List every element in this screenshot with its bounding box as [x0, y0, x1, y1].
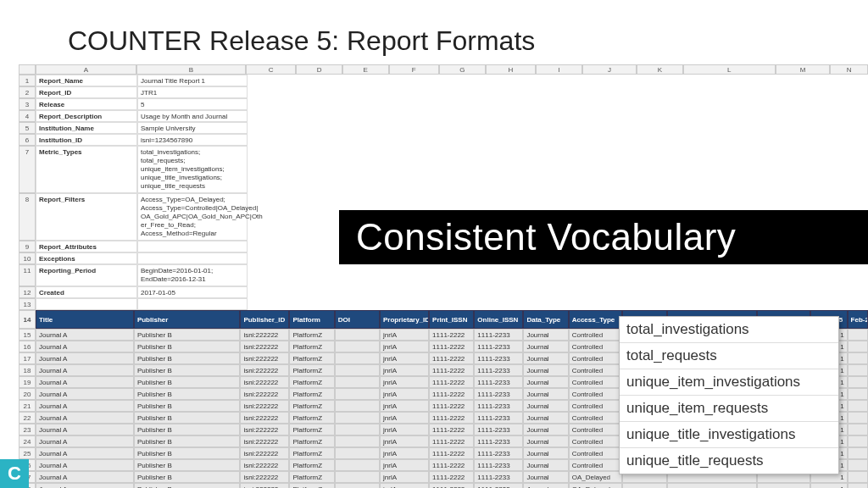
row-number: 24 — [19, 435, 36, 447]
row-number: 8 — [19, 193, 36, 241]
meta-key: Report_ID — [36, 86, 137, 98]
col-header: D — [296, 64, 342, 75]
row-number: 4 — [19, 110, 36, 122]
slide-title: COUNTER Release 5: Report Formats — [68, 25, 535, 57]
meta-value: 2017-01-05 — [137, 286, 248, 298]
row-number: 21 — [19, 400, 36, 412]
meta-key: Report_Name — [36, 75, 137, 86]
table-header: Print_ISSN — [429, 310, 474, 329]
meta-value: Journal Title Report 1 — [137, 75, 248, 86]
row-number: 2 — [19, 86, 36, 98]
vocab-item: unique_item_requests — [620, 396, 838, 422]
row-number: 7 — [19, 146, 36, 193]
row-number: 10 — [19, 252, 36, 264]
col-header: L — [683, 64, 776, 75]
meta-key: Reporting_Period — [36, 264, 137, 286]
col-header: B — [136, 64, 246, 75]
meta-value: Sample University — [137, 122, 248, 134]
meta-value: total_investigations; total_requests; un… — [137, 146, 248, 193]
row-number: 25 — [19, 447, 36, 459]
table-header: Publisher_ID — [240, 310, 289, 329]
meta-value: BeginDate=2016-01-01; EndDate=2016-12-31 — [137, 264, 248, 286]
vocab-item: total_requests — [620, 343, 838, 369]
meta-value — [137, 241, 248, 252]
col-header: J — [582, 64, 637, 75]
col-header: N — [830, 64, 868, 75]
row-number: 12 — [19, 286, 36, 298]
row-number: 3 — [19, 98, 36, 110]
table-row: 28 Journal A Publisher B isni:222222 Pla… — [19, 483, 868, 488]
vocab-item: unique_title_requests — [620, 448, 838, 474]
row-number: 15 — [19, 329, 36, 341]
meta-value: Usage by Month and Journal — [137, 110, 248, 122]
meta-key: Release — [36, 98, 137, 110]
table-header: DOI — [335, 310, 380, 329]
vocab-item: unique_title_investigations — [620, 422, 838, 448]
row-number: 6 — [19, 134, 36, 146]
col-header: G — [439, 64, 486, 75]
vocab-item: total_investigations — [620, 317, 838, 343]
table-header: Feb-2 — [848, 310, 868, 329]
col-header: A — [36, 64, 136, 75]
row-number: 20 — [19, 388, 36, 400]
meta-value — [137, 298, 248, 310]
col-header: I — [536, 64, 582, 75]
meta-value: Access_Type=OA_Delayed; Access_Type=Cont… — [137, 193, 248, 241]
counter-badge-icon: C — [0, 459, 29, 488]
row-number: 14 — [19, 310, 36, 329]
meta-key: Report_Filters — [36, 193, 137, 241]
meta-key: Metric_Types — [36, 146, 137, 193]
row-number: 13 — [19, 298, 36, 310]
row-number: 19 — [19, 376, 36, 388]
row-number: 23 — [19, 424, 36, 435]
col-header: H — [486, 64, 537, 75]
meta-key — [36, 298, 137, 310]
table-header: Publisher — [134, 310, 241, 329]
table-header: Proprietary_ID — [380, 310, 429, 329]
meta-value — [137, 252, 248, 264]
row-number: 17 — [19, 352, 36, 364]
row-number: 11 — [19, 264, 36, 286]
vocab-item: unique_item_investigations — [620, 369, 838, 396]
meta-key: Exceptions — [36, 252, 137, 264]
col-header: C — [246, 64, 297, 75]
table-header: Online_ISSN — [474, 310, 523, 329]
meta-value: isni=1234567890 — [137, 134, 248, 146]
meta-key: Report_Description — [36, 110, 137, 122]
meta-value: 5 — [137, 98, 248, 110]
col-header: F — [389, 64, 440, 75]
row-number: 5 — [19, 122, 36, 134]
table-header: Platform — [289, 310, 334, 329]
row-number: 16 — [19, 341, 36, 352]
meta-key: Created — [36, 286, 137, 298]
meta-key: Report_Attributes — [36, 241, 137, 252]
table-header: Access_Type — [569, 310, 622, 329]
meta-value: JTR1 — [137, 86, 248, 98]
table-header: Data_Type — [523, 310, 568, 329]
col-header: K — [637, 64, 683, 75]
overlay-heading: Consistent Vocabulary — [339, 210, 868, 264]
row-number: 1 — [19, 75, 36, 86]
row-number: 22 — [19, 412, 36, 424]
row-number: 18 — [19, 364, 36, 376]
table-header: Title — [36, 310, 134, 329]
vocabulary-popup: total_investigationstotal_requestsunique… — [619, 316, 839, 474]
meta-key: Institution_ID — [36, 134, 137, 146]
col-header: M — [776, 64, 830, 75]
col-header: E — [342, 64, 389, 75]
row-number: 9 — [19, 241, 36, 252]
meta-key: Institution_Name — [36, 122, 137, 134]
